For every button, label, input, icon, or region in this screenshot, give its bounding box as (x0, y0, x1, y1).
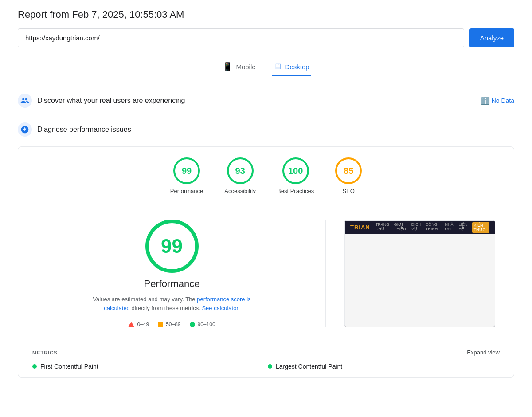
metrics-grid: First Contentful Paint Largest Contentfu… (32, 363, 500, 370)
score-circle-performance: 99 (173, 157, 200, 184)
tabs-row: 📱 Mobile 🖥 Desktop (18, 58, 514, 76)
average-range: 50–89 (166, 321, 180, 327)
desc-plain: Values are estimated and may vary. The (93, 296, 197, 303)
nav-link-2: GIỚI THIỆU (394, 222, 408, 233)
fail-icon (128, 322, 134, 327)
diagnose-section-header: Diagnose performance issues (18, 116, 514, 143)
nav-link-7: KIẾN THỨC (472, 222, 489, 233)
nav-link-3: DỊCH VỤ (411, 222, 422, 233)
desc-end: . (238, 305, 240, 311)
diagnose-left: Diagnose performance issues (18, 122, 131, 137)
detail-score-title: Performance (144, 278, 200, 290)
score-label-accessibility: Accessibility (224, 188, 256, 194)
desc-middle: directly from these metrics. (130, 305, 202, 311)
detail-right: TRiAN TRANG CHỦ GIỚI THIỆU DỊCH VỤ CÔNG … (340, 220, 500, 327)
real-users-icon (18, 94, 32, 108)
diagnose-icon (18, 122, 32, 137)
diagnose-title: Diagnose performance issues (37, 126, 131, 134)
fcp-dot (32, 364, 37, 369)
scores-card: 99 Performance 93 Accessibility 100 Best… (18, 146, 514, 378)
tab-desktop-label: Desktop (285, 63, 309, 71)
nav-link-6: LIÊN HỆ (459, 222, 469, 233)
report-title: Report from Feb 7, 2025, 10:55:03 AM (18, 9, 514, 20)
mobile-icon: 📱 (223, 62, 232, 71)
score-circle-seo: 85 (335, 157, 362, 184)
detail-description: Values are estimated and may vary. The p… (83, 295, 261, 312)
score-best-practices[interactable]: 100 Best Practices (277, 157, 314, 194)
big-score-value: 99 (161, 235, 183, 257)
calculator-link[interactable]: See calculator (202, 305, 238, 311)
screenshot-nav: TRiAN TRANG CHỦ GIỚI THIỆU DỊCH VỤ CÔNG … (345, 221, 495, 234)
detail-left: 99 Performance Values are estimated and … (32, 220, 311, 327)
legend-row: 0–49 50–89 90–100 (128, 321, 215, 327)
score-seo[interactable]: 85 SEO (335, 157, 362, 194)
score-circle-best-practices: 100 (282, 157, 309, 184)
metrics-header: METRICS Expand view (32, 349, 500, 356)
real-users-title: Discover what your real users are experi… (37, 97, 185, 105)
legend-average: 50–89 (158, 321, 180, 327)
nav-link-4: CÔNG TRÌNH (426, 222, 442, 233)
lcp-dot (268, 364, 272, 369)
score-circle-accessibility: 93 (227, 157, 254, 184)
tab-desktop[interactable]: 🖥 Desktop (272, 58, 311, 76)
score-performance[interactable]: 99 Performance (170, 157, 203, 194)
analyze-button[interactable]: Analyze (469, 28, 514, 47)
metric-lcp: Largest Contentful Paint (268, 363, 500, 370)
average-icon (158, 322, 163, 327)
real-users-section: Discover what your real users are experi… (18, 87, 514, 114)
real-users-left: Discover what your real users are experi… (18, 94, 185, 108)
score-value-accessibility: 93 (235, 166, 245, 176)
legend-fail: 0–49 (128, 321, 149, 327)
detail-section: 99 Performance Values are estimated and … (25, 205, 507, 342)
score-label-seo: SEO (342, 188, 354, 194)
score-label-best-practices: Best Practices (277, 188, 314, 194)
screenshot-preview: TRiAN TRANG CHỦ GIỚI THIỆU DỊCH VỤ CÔNG … (344, 220, 495, 327)
desktop-icon: 🖥 (274, 62, 282, 71)
tab-mobile-label: Mobile (236, 63, 255, 71)
no-data-link[interactable]: ℹ️ No Data (481, 97, 514, 105)
score-accessibility[interactable]: 93 Accessibility (224, 157, 256, 194)
url-input[interactable] (18, 28, 464, 47)
metrics-label: METRICS (32, 350, 58, 355)
fail-range: 0–49 (137, 321, 149, 327)
fcp-label: First Contentful Paint (40, 363, 98, 370)
legend-good: 90–100 (190, 321, 215, 327)
nav-link-1: TRANG CHỦ (376, 222, 391, 233)
metric-fcp: First Contentful Paint (32, 363, 264, 370)
big-score-circle: 99 (145, 220, 199, 273)
scores-row: 99 Performance 93 Accessibility 100 Best… (25, 157, 507, 205)
score-value-performance: 99 (182, 166, 192, 176)
expand-view-button[interactable]: Expand view (467, 349, 500, 356)
nav-links: TRANG CHỦ GIỚI THIỆU DỊCH VỤ CÔNG TRÌNH … (376, 222, 489, 233)
page-wrapper: Report from Feb 7, 2025, 10:55:03 AM Ana… (0, 0, 532, 386)
info-icon: ℹ️ (481, 97, 490, 105)
metrics-section: METRICS Expand view First Contentful Pai… (25, 342, 507, 377)
lcp-label: Largest Contentful Paint (276, 363, 342, 370)
site-logo: TRiAN (350, 224, 370, 231)
good-range: 90–100 (198, 321, 215, 327)
score-value-seo: 85 (344, 166, 353, 176)
screenshot-body (345, 234, 495, 327)
score-label-performance: Performance (170, 188, 203, 194)
good-icon (190, 322, 195, 327)
no-data-label: No Data (492, 97, 514, 104)
url-row: Analyze (18, 28, 514, 47)
detail-divider (325, 220, 326, 327)
tab-mobile[interactable]: 📱 Mobile (221, 58, 257, 76)
nav-link-5: NHÀ ĐÀI (445, 222, 455, 233)
score-value-best-practices: 100 (288, 166, 303, 176)
